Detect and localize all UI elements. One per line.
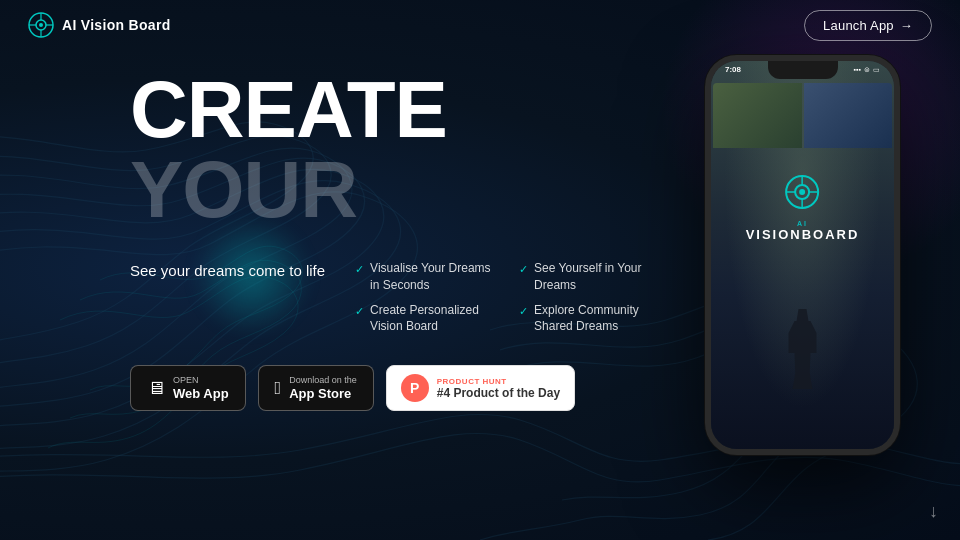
feature-text-3: See Yourself in Your Dreams <box>534 260 659 294</box>
feature-item-1: ✓ Visualise Your Dreams in Seconds <box>355 260 495 294</box>
web-app-label-main: Web App <box>173 387 229 400</box>
web-app-labels: OPEN Web App <box>173 376 229 400</box>
phone-tiles <box>711 83 894 148</box>
scroll-arrow: ↓ <box>929 501 938 521</box>
product-hunt-logo: P <box>401 374 429 402</box>
web-app-button[interactable]: 🖥 OPEN Web App <box>130 365 246 411</box>
app-store-button[interactable]:  Download on the App Store <box>258 365 374 411</box>
web-app-label-small: OPEN <box>173 376 229 385</box>
check-icon-3: ✓ <box>519 262 528 277</box>
feature-col-2: ✓ See Yourself in Your Dreams ✓ Explore … <box>519 260 659 335</box>
product-hunt-rank: #4 Product of the Day <box>437 386 560 400</box>
feature-text-2: Create Personalized Vision Board <box>370 302 495 336</box>
feature-item-3: ✓ See Yourself in Your Dreams <box>519 260 659 294</box>
check-icon-1: ✓ <box>355 262 364 277</box>
phone-time: 7:08 <box>725 65 741 74</box>
tagline-text: See your dreams come to life <box>130 260 325 283</box>
signal-icon: ▪▪▪ <box>854 66 861 74</box>
phone-status-icons: ▪▪▪ ⊜ ▭ <box>854 66 880 74</box>
app-store-label-small: Download on the <box>289 376 357 385</box>
feature-item-4: ✓ Explore Community Shared Dreams <box>519 302 659 336</box>
phone-screen: AI VISIONBOARD <box>711 61 894 449</box>
features-columns: ✓ Visualise Your Dreams in Seconds ✓ Cre… <box>355 260 659 335</box>
phone-mockup: AI VISIONBOARD 7:08 ▪▪▪ ⊜ ▭ <box>705 55 900 455</box>
apple-icon:  <box>275 379 282 397</box>
battery-icon: ▭ <box>873 66 880 74</box>
feature-item-2: ✓ Create Personalized Vision Board <box>355 302 495 336</box>
phone-app-name-small: AI <box>746 220 860 227</box>
phone-app-logo: AI VISIONBOARD <box>746 174 860 242</box>
app-store-labels: Download on the App Store <box>289 376 357 400</box>
svg-point-9 <box>799 189 805 195</box>
launch-app-button[interactable]: Launch App → <box>804 10 932 41</box>
logo-icon <box>28 12 54 38</box>
feature-col-1: ✓ Visualise Your Dreams in Seconds ✓ Cre… <box>355 260 495 335</box>
navbar: AI Vision Board Launch App → <box>0 0 960 50</box>
launch-app-label: Launch App <box>823 18 894 33</box>
monitor-icon: 🖥 <box>147 379 165 397</box>
feature-text-1: Visualise Your Dreams in Seconds <box>370 260 495 294</box>
phone-mockup-container: AI VISIONBOARD 7:08 ▪▪▪ ⊜ ▭ <box>705 55 900 455</box>
check-icon-4: ✓ <box>519 304 528 319</box>
product-hunt-label: PRODUCT HUNT <box>437 377 560 386</box>
feature-text-4: Explore Community Shared Dreams <box>534 302 659 336</box>
brand-name: AI Vision Board <box>62 17 170 33</box>
product-hunt-badge[interactable]: P PRODUCT HUNT #4 Product of the Day <box>386 365 575 411</box>
phone-logo-icon <box>784 174 820 210</box>
logo-area: AI Vision Board <box>28 12 170 38</box>
wifi-icon: ⊜ <box>864 66 870 74</box>
app-store-label-main: App Store <box>289 387 357 400</box>
product-hunt-labels: PRODUCT HUNT #4 Product of the Day <box>437 377 560 400</box>
phone-status-bar: 7:08 ▪▪▪ ⊜ ▭ <box>721 65 884 74</box>
phone-tile-2 <box>804 83 893 148</box>
launch-app-arrow: → <box>900 18 913 33</box>
phone-tile-1 <box>713 83 802 148</box>
scroll-indicator: ↓ <box>929 501 938 522</box>
phone-app-name-main: VISIONBOARD <box>746 227 860 242</box>
check-icon-2: ✓ <box>355 304 364 319</box>
svg-point-2 <box>39 23 43 27</box>
